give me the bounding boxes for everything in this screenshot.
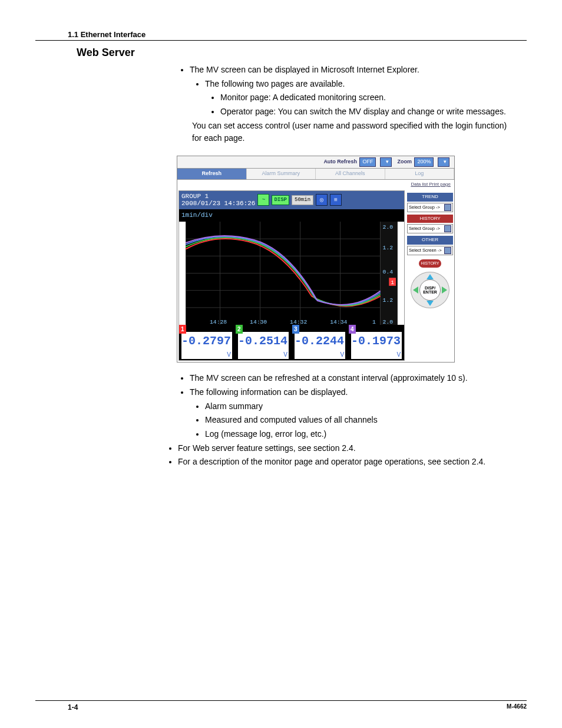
wave-icon[interactable]: ~ (257, 194, 269, 206)
svg-text:14:34: 14:34 (330, 319, 347, 325)
arrow-right-icon[interactable] (442, 286, 447, 294)
select-group-dropdown[interactable]: Select Group -> (407, 224, 453, 233)
bullet: The MV screen can be refreshed at a cons… (190, 372, 515, 385)
readout-cell: 2 -0.2514 V (236, 325, 292, 361)
group-label: GROUP 1 (181, 193, 255, 200)
auto-refresh-value[interactable]: OFF (359, 157, 376, 167)
message-icon[interactable]: ≡ (330, 194, 342, 206)
note-text: You can set access control (user name an… (192, 120, 515, 145)
arrow-left-icon[interactable] (413, 286, 418, 294)
rate-label: 1min/div (179, 209, 404, 222)
auto-refresh-label: Auto Refresh (323, 159, 357, 164)
span-selector[interactable]: 50min (292, 195, 313, 206)
readout-cell: 3 -0.2244 V (292, 325, 349, 361)
svg-text:1: 1 (391, 279, 394, 286)
bullet: For a description of the monitor page an… (178, 456, 515, 469)
dropdown-icon[interactable]: ▾ (380, 157, 392, 167)
tab-alarm-summary[interactable]: Alarm Summary (247, 169, 316, 179)
zoom-value[interactable]: 200% (414, 157, 434, 167)
readout-cell: 1 -0.2797 V (179, 325, 236, 361)
doc-id: M-4662 (507, 703, 527, 711)
svg-text:2.0: 2.0 (383, 319, 394, 325)
svg-text:2.0: 2.0 (383, 223, 394, 230)
nav-pad[interactable]: DISP/ ENTER (411, 272, 449, 308)
svg-text:14:30: 14:30 (250, 319, 267, 325)
content-block: The MV screen can be displayed in Micros… (177, 64, 515, 441)
web-screenshot: Auto Refresh OFF ▾ Zoom 200% ▾ Refresh A… (177, 156, 455, 363)
timestamp: 2008/01/23 14:36:26 (181, 200, 255, 207)
trend-chart: 2.0 1.2 0.4 1.2 2.0 1 14:28 14 (179, 222, 404, 325)
disp-enter-button[interactable]: DISP/ ENTER (419, 279, 441, 301)
svg-text:14:32: 14:32 (290, 319, 307, 325)
svg-text:0.4: 0.4 (383, 268, 394, 275)
side-other-label: OTHER (407, 236, 453, 244)
page-heading: Web Server (77, 47, 527, 59)
dropdown-icon[interactable] (444, 204, 451, 211)
dropdown-icon[interactable] (444, 247, 451, 254)
side-history-label: HISTORY (407, 215, 453, 223)
bullet: For Web server feature settings, see sec… (178, 442, 515, 455)
select-screen-dropdown[interactable]: Select Screen -> (407, 246, 453, 255)
disp-button[interactable]: DISP (272, 195, 289, 206)
zoom-label: Zoom (397, 159, 412, 164)
bullet: Log (message log, error log, etc.) (205, 428, 515, 441)
svg-text:1: 1 (372, 319, 376, 325)
readout-row: 1 -0.2797 V 2 -0.2514 V 3 -0 (179, 325, 404, 361)
svg-text:14:28: 14:28 (210, 319, 227, 325)
tab-refresh[interactable]: Refresh (177, 169, 247, 179)
svg-text:1.2: 1.2 (383, 297, 394, 304)
sublinks[interactable]: Data list Print page (177, 180, 454, 189)
section-header: 1.1 Ethernet Interface (35, 30, 146, 39)
history-button[interactable]: HISTORY (419, 259, 442, 268)
camera-icon[interactable]: ◎ (316, 194, 328, 206)
side-trend-label: TREND (407, 193, 453, 201)
arrow-up-icon[interactable] (427, 274, 434, 279)
bullet: The following information can be display… (190, 386, 515, 399)
readout-cell: 4 -0.1973 V (349, 325, 404, 361)
arrow-down-icon[interactable] (427, 301, 434, 306)
bullet: Measured and computed values of all chan… (205, 414, 515, 427)
page-number: 1-4 (35, 703, 78, 711)
dropdown-icon[interactable]: ▾ (438, 157, 449, 167)
bullet: The following two pages are available. (205, 78, 515, 91)
tab-all-channels[interactable]: All Channels (316, 169, 385, 179)
select-group-dropdown[interactable]: Select Group -> (407, 203, 453, 212)
tab-log[interactable]: Log (385, 169, 455, 179)
dropdown-icon[interactable] (444, 225, 451, 232)
bullet: Operator page: You can switch the MV dis… (220, 106, 515, 118)
bullet: The MV screen can be displayed in Micros… (190, 64, 515, 77)
svg-text:1.2: 1.2 (383, 244, 394, 251)
bullet: Monitor page: A dedicated monitoring scr… (220, 91, 515, 104)
bullet: Alarm summary (205, 400, 515, 413)
